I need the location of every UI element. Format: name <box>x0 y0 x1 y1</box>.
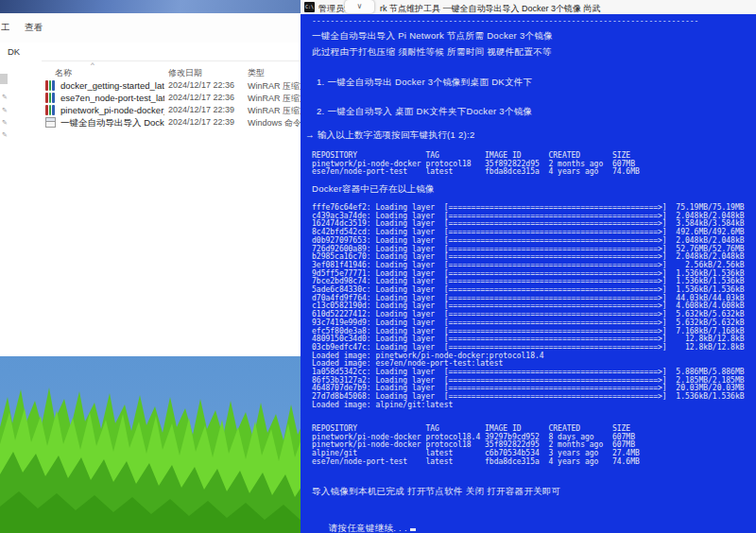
pin-icon: ✎ <box>2 120 8 126</box>
cmd-script-icon <box>45 117 56 128</box>
explorer-menu-bar: 工 查看 <box>0 13 301 43</box>
file-name: docker_getting-started_latest.tar <box>60 80 164 91</box>
pin-icon: ✎ <box>2 95 8 100</box>
nav-scroll-thumb[interactable] <box>0 74 8 84</box>
console-press-key-line: 请按任意键继续. . . <box>312 512 416 533</box>
file-type: Windows 命令脚本 <box>248 117 301 129</box>
menu-tab-view[interactable]: 查看 <box>25 22 43 34</box>
winrar-archive-icon <box>45 93 56 103</box>
file-list-headers: ^ 名称 修改日期 类型 <box>42 62 301 79</box>
column-header-type[interactable]: 类型 <box>248 67 265 79</box>
grass-wallpaper <box>0 353 312 533</box>
file-date: 2024/12/17 22:39 <box>168 117 234 127</box>
console-title-suffix: rk 节点维护工具 一键全自动导出导入 Docker 3个镜像 尚武 <box>380 3 601 14</box>
recorder-overlay-button[interactable]: ∨ <box>345 0 374 13</box>
separator-line: ----------------------------------------… <box>312 17 698 26</box>
winrar-archive-icon <box>45 105 56 115</box>
column-header-date[interactable]: 修改日期 <box>168 67 202 79</box>
loading-layers-output: fffe76c64ef2: Loading layer [===========… <box>312 204 745 410</box>
file-name: pinetwork_pi-node-docker_protocol18.4... <box>60 105 164 115</box>
file-date: 2024/12/17 22:36 <box>168 93 234 102</box>
console-intro-line: 一键全自动导出导入 Pi Network 节点所需 Docker 3个镜像 <box>312 30 553 43</box>
pin-icon: ✎ <box>2 108 8 113</box>
column-header-name[interactable]: 名称 <box>55 67 72 79</box>
pin-icon: ✎ <box>2 132 8 138</box>
console-option-1: 1. 一键全自动导出 Docker 3个镜像到桌面 DK文件下 <box>317 77 532 89</box>
console-done-note: 导入镜像到本机已完成 打开节点软件 关闭 打开容器开关即可 <box>312 486 561 498</box>
docker-images-table-after: REPOSITORY TAG IMAGE ID CREATED SIZE pin… <box>312 425 640 467</box>
console-output: ----------------------------------------… <box>301 14 756 533</box>
address-text: DK <box>8 46 20 57</box>
file-list: docker_getting-started_latest.tar2024/12… <box>42 79 301 136</box>
address-bar[interactable]: DK <box>0 43 301 61</box>
file-name: ese7en_node-port-test_latest.tar <box>60 93 164 103</box>
file-row[interactable]: pinetwork_pi-node-docker_protocol18.4...… <box>42 104 301 116</box>
file-row[interactable]: 一键全自动导出导入 Docker 3个镜像.cmd2024/12/17 22:3… <box>42 116 301 129</box>
console-intro-line: 此过程由于打包压缩 须耐性等候 所需时间 视硬件配置不等 <box>312 46 552 59</box>
sort-asc-indicator: ^ <box>91 60 94 69</box>
nav-pane: ✎ ✎ ✎ ✎ <box>0 60 42 356</box>
console-option-2: 2. 一键全自动导入 桌面 DK文件夹下Docker 3个镜像 <box>317 106 532 118</box>
file-date: 2024/12/17 22:36 <box>168 80 234 90</box>
console-input-prompt[interactable]: → 输入以上数字选项按回车键执行(1 2):2 <box>305 129 475 142</box>
file-row[interactable]: ese7en_node-port-test_latest.tar2024/12/… <box>42 92 301 104</box>
console-cursor <box>410 528 416 531</box>
winrar-archive-icon <box>45 80 56 91</box>
file-row[interactable]: docker_getting-started_latest.tar2024/12… <box>42 79 301 92</box>
console-window: C:\ 管理员: Pi ∨ rk 节点维护工具 一键全自动导出导入 Docker… <box>301 0 756 533</box>
file-explorer-window: 工 查看 DK ✎ ✎ ✎ ✎ ^ 名称 修改日期 类型 docker_gett… <box>0 0 301 356</box>
docker-images-table-before: REPOSITORY TAG IMAGE ID CREATED SIZE pin… <box>312 152 640 177</box>
chevron-down-icon: ∨ <box>357 2 363 10</box>
cmd-icon: C:\ <box>304 2 315 12</box>
menu-tab-partial[interactable]: 工 <box>1 22 9 34</box>
file-date: 2024/12/17 22:39 <box>168 105 234 114</box>
file-name: 一键全自动导出导入 Docker 3个镜像.cmd <box>60 117 164 129</box>
console-titlebar[interactable]: C:\ 管理员: Pi ∨ rk 节点维护工具 一键全自动导出导入 Docker… <box>301 0 756 14</box>
press-key-text: 请按任意键继续. . . <box>329 523 407 533</box>
console-existing-note: Docker容器中已存在以上镜像 <box>312 183 435 196</box>
explorer-titlebar[interactable] <box>0 0 301 13</box>
